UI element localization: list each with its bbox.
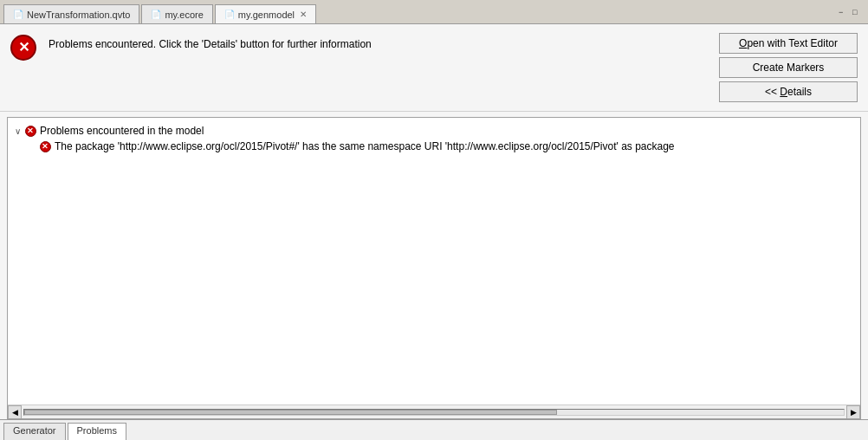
open-editor-label: Open with Text Editor	[739, 37, 838, 49]
bottom-tab-generator-label: Generator	[13, 425, 56, 436]
minimize-button[interactable]: −	[839, 8, 851, 20]
horizontal-scrollbar[interactable]: ◀ ▶	[8, 404, 860, 418]
details-content: ∨ ✕ Problems encountered in the model ✕ …	[8, 118, 860, 159]
tree-row-child: ✕ The package 'http://www.eclipse.org/oc…	[15, 139, 853, 154]
scroll-thumb[interactable]	[24, 410, 557, 415]
bottom-tab-problems-label: Problems	[77, 425, 117, 436]
scroll-right-button[interactable]: ▶	[846, 405, 860, 419]
open-editor-button[interactable]: Open with Text Editor	[719, 33, 858, 54]
tab-genmodel[interactable]: 📄 my.genmodel ✕	[215, 4, 316, 23]
tree-child-label: The package 'http://www.eclipse.org/ocl/…	[55, 140, 675, 152]
tree-row-root: ∨ ✕ Problems encountered in the model	[15, 123, 853, 139]
bottom-tab-generator[interactable]: Generator	[3, 423, 66, 440]
root-error-icon: ✕	[24, 125, 36, 137]
tab-ecore[interactable]: 📄 my.ecore	[141, 4, 212, 23]
scroll-left-button[interactable]: ◀	[8, 405, 22, 419]
tab-ecore-icon: 📄	[151, 10, 161, 19]
scroll-track[interactable]	[23, 409, 845, 416]
details-button[interactable]: << Details	[719, 81, 858, 102]
error-icon-large: ✕	[10, 35, 38, 62]
tab-qvto-label: NewTransformation.qvto	[27, 10, 130, 20]
tree-toggle[interactable]: ∨	[15, 126, 21, 136]
main-area: ✕ Problems encountered. Click the 'Detai…	[0, 24, 868, 440]
error-message: Problems encountered. Click the 'Details…	[49, 33, 709, 50]
tab-ecore-label: my.ecore	[165, 10, 203, 20]
create-markers-label: Create Markers	[753, 61, 825, 74]
tab-qvto[interactable]: 📄 NewTransformation.qvto	[3, 4, 139, 23]
details-label: << Details	[765, 86, 812, 98]
tree-root-label: Problems encountered in the model	[40, 125, 204, 137]
window-controls: − □	[839, 8, 865, 23]
action-buttons: Open with Text Editor Create Markers << …	[719, 33, 858, 102]
tab-qvto-icon: 📄	[13, 10, 23, 19]
top-panel: ✕ Problems encountered. Click the 'Detai…	[0, 24, 868, 112]
child-error-icon: ✕	[39, 140, 51, 152]
restore-button[interactable]: □	[852, 8, 865, 20]
details-panel: ∨ ✕ Problems encountered in the model ✕ …	[7, 117, 861, 419]
tab-genmodel-label: my.genmodel	[238, 10, 295, 20]
tab-bar: 📄 NewTransformation.qvto 📄 my.ecore 📄 my…	[0, 0, 868, 24]
create-markers-button[interactable]: Create Markers	[719, 57, 858, 78]
bottom-tab-problems[interactable]: Problems	[68, 423, 126, 440]
tab-genmodel-icon: 📄	[224, 10, 235, 19]
tab-genmodel-close[interactable]: ✕	[300, 10, 307, 19]
bottom-tabs: Generator Problems	[0, 419, 868, 440]
